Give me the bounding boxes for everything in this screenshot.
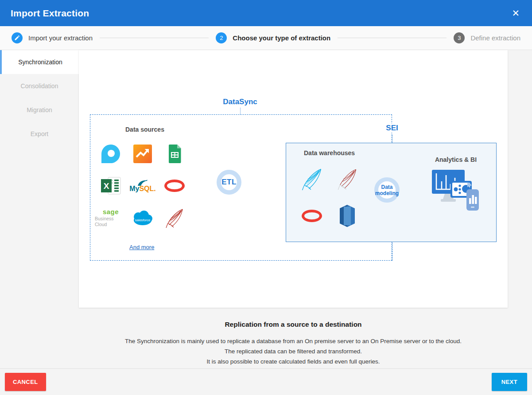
datasync-connector-line: [240, 108, 241, 114]
extraction-type-sidebar: Synchronization Consolidation Migration …: [0, 50, 79, 368]
data-modeling-circle: Data modeling: [374, 177, 400, 203]
dialog-body: Synchronization Consolidation Migration …: [0, 50, 532, 368]
description-line-3: It is also possible to create calculated…: [79, 356, 508, 367]
import-extraction-dialog: Import Extraction ✕ Import your extracti…: [0, 0, 532, 395]
blue-drop-dot: [108, 150, 115, 157]
step-2-label: Choose your type of extraction: [233, 34, 330, 42]
step-connector: [100, 38, 209, 38]
step-2-circle: 2: [216, 32, 227, 43]
google-analytics-icon: [133, 145, 152, 163]
excel-icon: X: [101, 177, 121, 195]
dialog-footer: CANCEL NEXT: [0, 368, 532, 395]
sei-connector-line: [392, 135, 392, 143]
step-3-label: Define extraction: [470, 34, 520, 42]
svg-text:salesforce: salesforce: [135, 218, 151, 222]
mysql-wordmark: MySQL.: [129, 185, 156, 192]
data-sources-grid: X MySQL. sage Business Cloud: [95, 138, 190, 234]
pencil-icon: [14, 35, 20, 41]
sage-business-cloud-icon: sage Business Cloud: [95, 208, 127, 228]
sei-boundary-line-bottom: [392, 242, 392, 261]
synchronization-description: Replication from a source to a destinati…: [79, 308, 508, 367]
step-3-circle: 3: [454, 32, 465, 43]
analytics-bi-title: Analytics & BI: [427, 156, 485, 163]
step-1-circle: [12, 32, 23, 43]
google-sheets-icon: [167, 145, 182, 163]
description-line-2: The replicated data can be filtered and …: [79, 346, 508, 356]
step-connector: [338, 38, 447, 38]
etl-circle: ETL: [217, 170, 241, 195]
description-line-1: The Synchronization is mainly used to re…: [79, 336, 508, 346]
step-1-import: Import your extraction: [12, 32, 93, 43]
step-1-label: Import your extraction: [28, 34, 93, 42]
sei-zone-label: SEI: [383, 124, 400, 133]
svg-text:X: X: [103, 181, 109, 191]
and-more-link[interactable]: And more: [129, 244, 154, 250]
blue-drop-app-icon: [101, 145, 120, 163]
data-warehouses-title: Data warehouses: [304, 149, 355, 156]
step-2-choose-type: 2 Choose your type of extraction: [216, 32, 330, 43]
data-warehouses-grid: [294, 160, 365, 235]
sei-box: Data warehouses: [286, 143, 497, 242]
salesforce-icon: salesforce: [132, 210, 154, 226]
description-title: Replication from a source to a destinati…: [79, 321, 508, 329]
oracle-warehouse-icon: [302, 210, 322, 222]
data-sources-title: Data sources: [125, 126, 164, 133]
main-content: DataSync Data sources: [79, 50, 532, 368]
sidebar-tab-migration[interactable]: Migration: [0, 98, 79, 122]
dialog-title: Import Extraction: [11, 8, 89, 19]
sidebar-tab-export[interactable]: Export: [0, 122, 79, 146]
sidebar-tab-synchronization[interactable]: Synchronization: [0, 50, 79, 74]
sql-server-red-icon: [336, 168, 358, 190]
step-3-define: 3 Define extraction: [454, 32, 520, 43]
next-button[interactable]: NEXT: [492, 373, 527, 391]
sidebar-tab-consolidation[interactable]: Consolidation: [0, 74, 79, 98]
sql-server-icon: [164, 207, 185, 228]
close-icon[interactable]: ✕: [510, 7, 521, 20]
datasync-zone-label: DataSync: [220, 98, 260, 106]
synchronization-diagram-panel: DataSync Data sources: [79, 50, 508, 308]
oracle-icon: [164, 180, 185, 192]
analytics-bi-devices-icon: [431, 169, 481, 213]
amazon-redshift-icon: [338, 204, 357, 227]
wizard-stepper: Import your extraction 2 Choose your typ…: [0, 26, 532, 50]
cancel-button[interactable]: CANCEL: [5, 373, 46, 391]
mysql-icon: MySQL.: [129, 180, 156, 192]
dialog-header: Import Extraction ✕: [0, 0, 532, 26]
sql-server-cyan-icon: [300, 167, 323, 190]
